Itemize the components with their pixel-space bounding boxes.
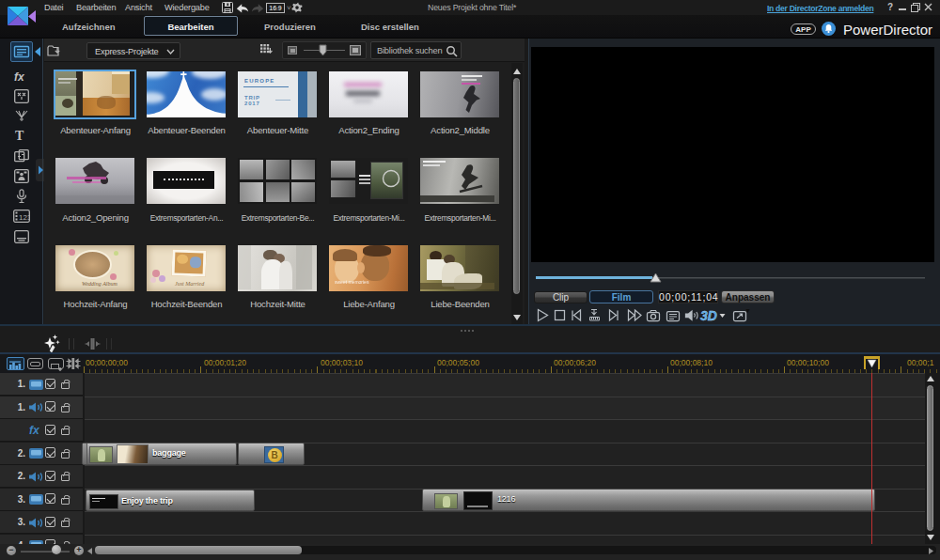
svg-text:3D: 3D: [700, 308, 717, 322]
svg-text:123: 123: [19, 213, 30, 222]
